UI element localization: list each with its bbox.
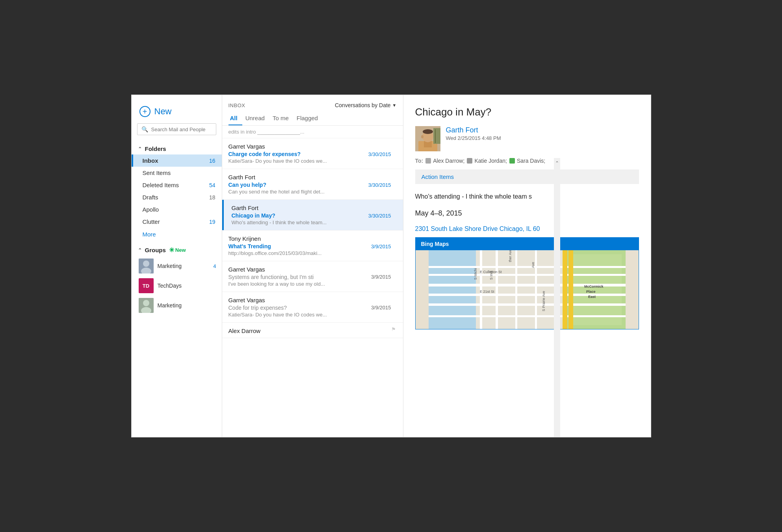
svg-point-1 xyxy=(143,260,149,267)
svg-rect-21 xyxy=(429,303,626,306)
scrollbar[interactable]: ⌃ xyxy=(554,158,560,437)
group-marketing1-label: Marketing xyxy=(158,263,182,269)
email-date-range: May 4–8, 2015 xyxy=(415,209,639,218)
group-item-marketing2[interactable]: Marketing xyxy=(132,296,222,315)
tab-tome[interactable]: To me xyxy=(271,112,293,125)
email-body: Who's attending - I think the whole team… xyxy=(415,192,639,201)
message-item[interactable]: Alex Darrow ⚑ xyxy=(222,323,403,338)
search-box[interactable]: 🔍 xyxy=(137,123,216,135)
message-sender: Garth Fort xyxy=(228,205,391,211)
group-marketing1-badge: 4 xyxy=(213,263,216,269)
message-preview: I've been looking for a way to use my ol… xyxy=(228,281,391,287)
map-image[interactable]: S Michi S Indi Ave ther Ave E Cullerton … xyxy=(416,250,639,329)
message-subject: Can you help? 3/30/2015 xyxy=(228,182,391,188)
message-sender: Garret Vargas xyxy=(228,266,391,273)
folder-clutter-label: Clutter xyxy=(143,218,207,225)
folder-drafts-label: Drafts xyxy=(143,194,207,201)
svg-point-12 xyxy=(423,129,433,134)
group-avatar-techdays: TD xyxy=(139,278,154,293)
sidebar-item-sent[interactable]: Sent Items xyxy=(132,167,222,179)
sidebar-item-inbox[interactable]: Inbox 16 xyxy=(132,154,222,167)
folder-drafts-badge: 18 xyxy=(209,194,215,201)
search-icon: 🔍 xyxy=(141,126,148,132)
folder-inbox-badge: 16 xyxy=(209,158,215,164)
svg-text:ther Ave: ther Ave xyxy=(508,250,512,262)
middle-panel: INBOX Conversations by Date ▼ All Unread… xyxy=(222,95,403,437)
tab-all[interactable]: All xyxy=(228,112,242,125)
right-panel: Chicago in May? xyxy=(403,95,651,437)
svg-text:Place: Place xyxy=(586,290,596,294)
groups-chevron-icon: ⌃ xyxy=(138,247,142,253)
sidebar-item-deleted[interactable]: Deleted Items 54 xyxy=(132,179,222,191)
bing-maps-container: Bing Maps xyxy=(415,237,639,329)
message-preview: http://blogs.office.com/2015/03/03/maki.… xyxy=(228,250,391,256)
group-item-techdays[interactable]: TD TechDays xyxy=(132,276,222,296)
message-sender: Garth Fort xyxy=(228,174,391,180)
svg-rect-23 xyxy=(429,266,626,268)
search-input[interactable] xyxy=(151,126,212,132)
svg-rect-14 xyxy=(435,129,436,143)
message-item-selected[interactable]: Garth Fort Chicago in May? 3/30/2015 Who… xyxy=(222,200,403,231)
message-subject: Charge code for expenses? 3/30/2015 xyxy=(228,151,391,157)
tab-flagged[interactable]: Flagged xyxy=(295,112,323,125)
groups-label: Groups xyxy=(145,247,166,253)
svg-rect-22 xyxy=(429,274,626,276)
group-avatar-marketing2 xyxy=(139,298,154,313)
sender-info: Garth Fort Wed 2/25/2015 4:48 PM xyxy=(446,126,639,141)
message-subject: Chicago in May? 3/30/2015 xyxy=(228,212,391,219)
message-item[interactable]: Tony Krijnen What's Trending 3/9/2015 ht… xyxy=(222,231,403,261)
filter-tabs: All Unread To me Flagged xyxy=(222,108,403,126)
groups-section: ⌃ Groups ✳ New Marketing 4 xyxy=(132,243,222,315)
new-button[interactable]: + New xyxy=(132,95,222,123)
group-marketing2-label: Marketing xyxy=(158,302,182,309)
sender-avatar xyxy=(415,126,440,151)
scroll-up-button[interactable]: ⌃ xyxy=(553,158,561,168)
svg-text:McCormick: McCormick xyxy=(584,285,604,288)
sidebar: + New 🔍 ⌃ Folders Inbox 16 Sent Items De… xyxy=(132,95,222,437)
svg-rect-27 xyxy=(515,250,517,329)
group-techdays-label: TechDays xyxy=(158,283,182,289)
message-no-subject: Code for trip expenses? 3/9/2015 xyxy=(228,305,391,311)
groups-header: ⌃ Groups ✳ New xyxy=(132,243,222,256)
more-link[interactable]: More xyxy=(132,228,222,241)
edited-text: edits in intro _______________... xyxy=(222,126,403,138)
new-label: New xyxy=(154,106,172,117)
message-item[interactable]: Garret Vargas Charge code for expenses? … xyxy=(222,138,403,169)
message-item[interactable]: Garret Vargas Systems are functioning, b… xyxy=(222,261,403,292)
message-item[interactable]: Garth Fort Can you help? 3/30/2015 Can y… xyxy=(222,169,403,200)
svg-rect-20 xyxy=(429,294,626,296)
recipient-dot-alex xyxy=(425,158,431,164)
message-no-subject: Systems are functioning, but I'm sti 3/9… xyxy=(228,274,391,280)
folder-clutter-badge: 19 xyxy=(209,219,215,225)
svg-text:S Prairie Ave: S Prairie Ave xyxy=(542,291,546,311)
action-items-button[interactable]: Action Items xyxy=(422,173,454,180)
sidebar-item-drafts[interactable]: Drafts 18 xyxy=(132,191,222,203)
svg-rect-26 xyxy=(496,250,498,329)
sender-row: Garth Fort Wed 2/25/2015 4:48 PM xyxy=(415,126,639,151)
svg-text:E 21st St: E 21st St xyxy=(480,290,494,294)
sort-label: Conversations by Date xyxy=(335,102,391,108)
inbox-label: INBOX xyxy=(228,102,245,108)
tab-unread[interactable]: Unread xyxy=(244,112,269,125)
folders-label: Folders xyxy=(145,145,166,152)
inbox-header: INBOX Conversations by Date ▼ xyxy=(222,95,403,108)
folders-chevron-icon: ⌃ xyxy=(138,146,142,152)
svg-rect-17 xyxy=(570,254,622,325)
group-item-marketing1[interactable]: Marketing 4 xyxy=(132,256,222,276)
group-avatar-marketing1 xyxy=(139,259,154,273)
message-list[interactable]: edits in intro _______________... Garret… xyxy=(222,126,403,437)
groups-new-badge: ✳ New xyxy=(169,246,186,254)
map-address-link[interactable]: 2301 South Lake Shore Drive Chicago, IL … xyxy=(415,225,639,233)
sidebar-item-apollo[interactable]: Apollo xyxy=(132,203,222,216)
sort-control[interactable]: Conversations by Date ▼ xyxy=(335,102,397,108)
message-item[interactable]: Garret Vargas Code for trip expenses? 3/… xyxy=(222,292,403,323)
folder-apollo-label: Apollo xyxy=(143,206,215,213)
recipient-alex: Alex Darrow; xyxy=(425,158,464,164)
sender-name[interactable]: Garth Fort xyxy=(446,126,639,134)
folders-header[interactable]: ⌃ Folders xyxy=(132,142,222,154)
to-label: To: xyxy=(415,158,424,164)
message-preview: Katie/Sara- Do you have the IO codes we.… xyxy=(228,312,391,318)
sidebar-item-clutter[interactable]: Clutter 19 xyxy=(132,216,222,228)
flag-icon: ⚑ xyxy=(391,326,396,332)
recipient-dot-katie xyxy=(467,158,472,164)
